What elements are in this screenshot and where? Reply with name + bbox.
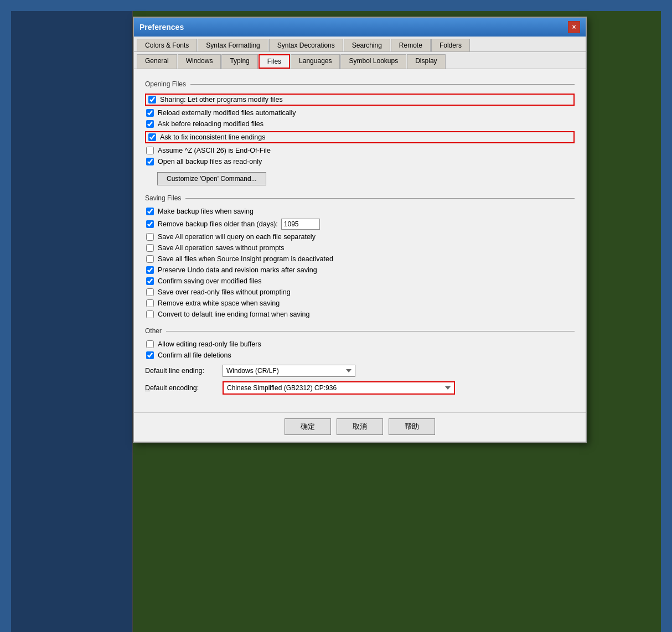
checkbox-convert-line-ending-label[interactable]: Convert to default line ending format wh… — [158, 310, 309, 318]
saving-files-section: Saving Files Make backup files when savi… — [145, 194, 575, 318]
tab-colors-fonts[interactable]: Colors & Fonts — [137, 39, 197, 51]
checkbox-save-no-prompt-label[interactable]: Save All operation saves without prompts — [158, 244, 285, 252]
checkbox-reload-auto: Reload externally modified files automat… — [145, 109, 575, 117]
checkbox-remove-whitespace-label[interactable]: Remove extra white space when saving — [158, 299, 280, 307]
checkbox-open-backup-input[interactable] — [146, 158, 154, 165]
default-line-ending-select[interactable]: Windows (CR/LF) Unix (LF) Mac (CR) — [223, 365, 355, 377]
checkbox-open-backup-label[interactable]: Open all backup files as read-only — [158, 158, 262, 165]
tab-syntax-decorations[interactable]: Syntax Decorations — [269, 39, 343, 51]
checkbox-confirm-modified-label[interactable]: Confirm saving over modified files — [158, 277, 262, 285]
checkbox-reload-auto-input[interactable] — [146, 109, 154, 117]
checkbox-allow-editing-label[interactable]: Allow editing read-only file buffers — [158, 340, 261, 348]
checkbox-ask-reload-label[interactable]: Ask before reloading modified files — [158, 120, 263, 128]
close-button[interactable]: × — [568, 21, 580, 33]
opening-files-section: Opening Files Sharing: Let other program… — [145, 80, 575, 185]
tab-files[interactable]: Files — [259, 54, 290, 69]
tab-windows[interactable]: Windows — [178, 54, 221, 69]
backup-days-input[interactable] — [281, 219, 320, 230]
checkbox-open-backup: Open all backup files as read-only — [145, 158, 575, 165]
checkbox-save-no-prompt: Save All operation saves without prompts — [145, 244, 575, 252]
checkbox-convert-line-ending: Convert to default line ending format wh… — [145, 310, 575, 318]
tab-general[interactable]: General — [137, 54, 177, 69]
checkbox-make-backup: Make backup files when saving — [145, 208, 575, 215]
checkbox-convert-line-ending-input[interactable] — [146, 310, 154, 318]
confirm-button[interactable]: 确定 — [285, 418, 331, 435]
checkbox-assume-eof: Assume ^Z (ASCII 26) is End-Of-File — [145, 147, 575, 154]
checkbox-ask-line-endings-input[interactable] — [148, 133, 156, 141]
tab-typing[interactable]: Typing — [221, 54, 257, 69]
help-button[interactable]: 帮助 — [389, 418, 435, 435]
dialog-footer: 确定 取消 帮助 — [134, 412, 586, 442]
checkbox-remove-whitespace: Remove extra white space when saving — [145, 299, 575, 307]
checkbox-preserve-undo-input[interactable] — [146, 266, 154, 274]
tab-languages[interactable]: Languages — [291, 54, 340, 69]
checkbox-allow-editing-input[interactable] — [146, 340, 154, 348]
checkbox-preserve-undo: Preserve Undo data and revision marks af… — [145, 266, 575, 274]
dialog-title: Preferences — [139, 23, 184, 32]
tab-syntax-formatting[interactable]: Syntax Formatting — [198, 39, 268, 51]
dialog-content: Opening Files Sharing: Let other program… — [134, 69, 586, 412]
checkbox-ask-line-endings: Ask to fix inconsistent line endings — [145, 131, 575, 143]
checkbox-make-backup-label[interactable]: Make backup files when saving — [158, 208, 254, 215]
checkbox-save-deactivated: Save all files when Source Insight progr… — [145, 255, 575, 263]
other-header: Other — [145, 327, 575, 335]
checkbox-save-deactivated-label[interactable]: Save all files when Source Insight progr… — [158, 255, 333, 263]
cancel-button[interactable]: 取消 — [337, 418, 383, 435]
checkbox-save-no-prompt-input[interactable] — [146, 244, 154, 252]
tab-symbol-lookups[interactable]: Symbol Lookups — [340, 54, 406, 69]
checkbox-assume-eof-input[interactable] — [146, 147, 154, 154]
checkbox-ask-reload: Ask before reloading modified files — [145, 120, 575, 128]
checkbox-confirm-modified-input[interactable] — [146, 277, 154, 285]
preferences-dialog: Preferences × Colors & Fonts Syntax Form… — [133, 17, 587, 443]
tabs-row2: General Windows Typing Files Languages S… — [134, 52, 586, 69]
checkbox-save-readonly: Save over read-only files without prompt… — [145, 288, 575, 296]
checkbox-ask-reload-input[interactable] — [146, 120, 154, 128]
checkbox-make-backup-input[interactable] — [146, 208, 154, 215]
checkbox-confirm-deletions-label[interactable]: Confirm all file deletions — [158, 351, 231, 359]
default-encoding-row: Default encoding: Chinese Simplified (GB… — [145, 381, 575, 395]
checkbox-allow-editing: Allow editing read-only file buffers — [145, 340, 575, 348]
checkbox-save-all-query-input[interactable] — [146, 233, 154, 241]
customize-open-button[interactable]: Customize 'Open' Command... — [157, 172, 266, 185]
checkbox-save-deactivated-input[interactable] — [146, 255, 154, 263]
checkbox-save-readonly-label[interactable]: Save over read-only files without prompt… — [158, 288, 291, 296]
dialog-titlebar: Preferences × — [134, 18, 586, 37]
saving-files-header: Saving Files — [145, 194, 575, 202]
checkbox-assume-eof-label[interactable]: Assume ^Z (ASCII 26) is End-Of-File — [158, 147, 271, 154]
default-encoding-select[interactable]: Chinese Simplified (GB2312) CP:936 UTF-8… — [223, 381, 455, 395]
default-line-ending-row: Default line ending: Windows (CR/LF) Uni… — [145, 365, 575, 377]
checkbox-sharing-label[interactable]: Sharing: Let other programs modify files — [160, 96, 283, 103]
default-line-ending-label: Default line ending: — [145, 367, 217, 375]
tab-remote[interactable]: Remote — [391, 39, 431, 51]
checkbox-ask-line-endings-label[interactable]: Ask to fix inconsistent line endings — [160, 133, 265, 141]
checkbox-save-all-query: Save All operation will query on each fi… — [145, 233, 575, 241]
checkbox-preserve-undo-label[interactable]: Preserve Undo data and revision marks af… — [158, 266, 317, 274]
checkbox-remove-whitespace-input[interactable] — [146, 299, 154, 307]
checkbox-sharing: Sharing: Let other programs modify files — [145, 94, 575, 106]
checkbox-confirm-modified: Confirm saving over modified files — [145, 277, 575, 285]
checkbox-confirm-deletions: Confirm all file deletions — [145, 351, 575, 359]
other-section: Other Allow editing read-only file buffe… — [145, 327, 575, 395]
tabs-row1: Colors & Fonts Syntax Formatting Syntax … — [134, 37, 586, 52]
opening-files-header: Opening Files — [145, 80, 575, 88]
checkbox-remove-backup: Remove backup files older than (days): — [145, 219, 575, 230]
tab-display[interactable]: Display — [407, 54, 445, 69]
checkbox-sharing-input[interactable] — [148, 96, 156, 103]
tab-folders[interactable]: Folders — [431, 39, 470, 51]
default-encoding-label: Default encoding: — [145, 384, 217, 392]
tab-searching[interactable]: Searching — [344, 39, 390, 51]
checkbox-save-readonly-input[interactable] — [146, 288, 154, 296]
checkbox-save-all-query-label[interactable]: Save All operation will query on each fi… — [158, 233, 316, 241]
checkbox-remove-backup-input[interactable] — [146, 220, 154, 228]
checkbox-remove-backup-label[interactable]: Remove backup files older than (days): — [158, 220, 278, 228]
checkbox-confirm-deletions-input[interactable] — [146, 351, 154, 359]
checkbox-reload-auto-label[interactable]: Reload externally modified files automat… — [158, 109, 296, 117]
